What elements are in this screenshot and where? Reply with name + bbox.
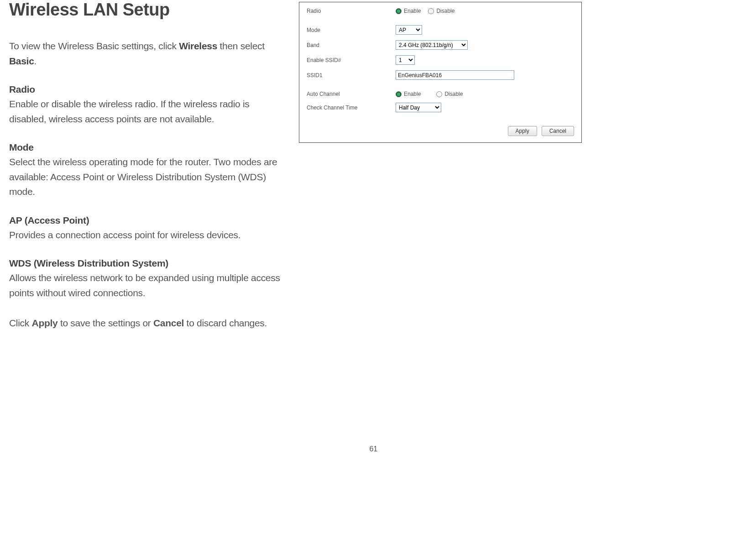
row-check-channel-time: Check Channel Time Half Day (307, 100, 576, 115)
label-mode: Mode (307, 27, 396, 33)
intro-bold-wireless: Wireless (179, 41, 217, 51)
row-ssid1: SSID1 (307, 68, 576, 83)
label-radio: Radio (307, 8, 396, 14)
settings-screenshot: Radio Enable Disable Mode (299, 2, 582, 143)
auto-channel-disable-text: Disable (444, 91, 463, 97)
intro-paragraph: To view the Wireless Basic settings, cli… (9, 39, 285, 68)
auto-channel-enable-option[interactable]: Enable (396, 91, 421, 97)
radio-enable-text: Enable (404, 8, 421, 14)
auto-channel-disable-input[interactable] (436, 91, 442, 97)
closing-pre: Click (9, 318, 32, 328)
section-desc-ap: Provides a connection access point for w… (9, 228, 285, 243)
row-mode: Mode AP (307, 22, 576, 37)
intro-mid: then select (217, 41, 265, 51)
section-desc-radio: Enable or disable the wireless radio. If… (9, 97, 285, 126)
closing-paragraph: Click Apply to save the settings or Canc… (9, 316, 285, 331)
page-title: Wireless LAN Setup (9, 0, 285, 20)
section-head-wds: WDS (Wireless Distribution System) (9, 258, 285, 269)
band-select[interactable]: 2.4 GHz (802.11b/g/n) (396, 40, 468, 50)
label-enable-ssid: Enable SSID# (307, 57, 396, 63)
mode-select[interactable]: AP (396, 25, 422, 35)
closing-bold-apply: Apply (32, 318, 58, 328)
auto-channel-enable-input[interactable] (396, 91, 402, 97)
intro-pre: To view the Wireless Basic settings, cli… (9, 41, 179, 51)
radio-enable-input[interactable] (396, 8, 402, 14)
radio-enable-option[interactable]: Enable (396, 8, 421, 14)
section-desc-wds: Allows the wireless network to be expand… (9, 271, 285, 300)
radio-disable-input[interactable] (428, 8, 434, 14)
row-auto-channel: Auto Channel Enable Disable (307, 88, 576, 100)
enable-ssid-select[interactable]: 1 (396, 55, 415, 65)
radio-disable-text: Disable (436, 8, 454, 14)
intro-post: . (34, 56, 37, 66)
row-enable-ssid: Enable SSID# 1 (307, 52, 576, 68)
auto-channel-disable-option[interactable]: Disable (436, 91, 463, 97)
auto-channel-enable-text: Enable (404, 91, 421, 97)
cancel-button[interactable]: Cancel (542, 126, 574, 136)
row-band: Band 2.4 GHz (802.11b/g/n) (307, 37, 576, 52)
check-channel-time-select[interactable]: Half Day (396, 103, 441, 112)
ssid1-input[interactable] (396, 70, 514, 80)
page-number: 61 (9, 445, 738, 453)
label-ssid1: SSID1 (307, 72, 396, 79)
closing-mid: to save the settings or (57, 318, 153, 328)
radio-disable-option[interactable]: Disable (428, 8, 454, 14)
button-bar: Apply Cancel (299, 120, 581, 142)
section-head-radio: Radio (9, 84, 285, 95)
section-desc-mode: Select the wireless operating mode for t… (9, 155, 285, 199)
apply-button[interactable]: Apply (508, 126, 537, 136)
intro-bold-basic: Basic (9, 56, 34, 66)
label-check-channel-time: Check Channel Time (307, 105, 396, 111)
label-band: Band (307, 42, 396, 48)
closing-post: to discard changes. (184, 318, 267, 328)
row-radio: Radio Enable Disable (307, 5, 576, 17)
section-head-ap: AP (Access Point) (9, 215, 285, 226)
doc-left-column: Wireless LAN Setup To view the Wireless … (9, 0, 285, 331)
label-auto-channel: Auto Channel (307, 91, 396, 97)
closing-bold-cancel: Cancel (153, 318, 184, 328)
section-head-mode: Mode (9, 142, 285, 153)
